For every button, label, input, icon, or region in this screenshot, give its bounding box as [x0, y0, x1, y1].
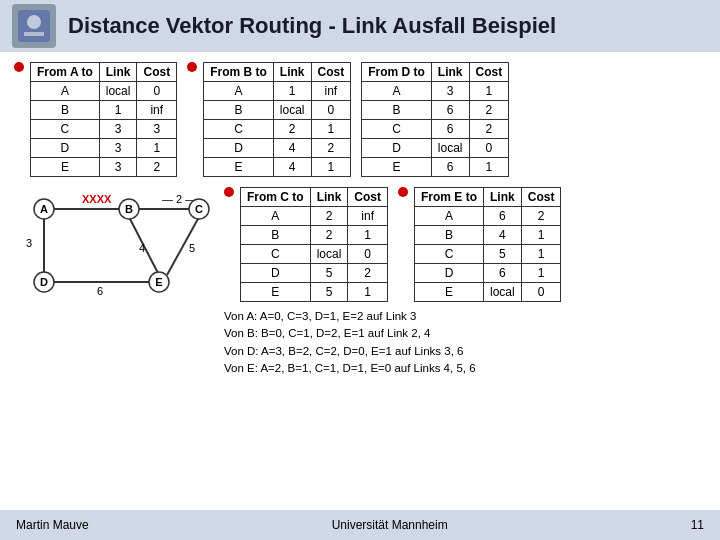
table-cell: A [241, 207, 311, 226]
table-cell: E [362, 158, 432, 177]
table-row: A1inf [204, 82, 351, 101]
table-a-col-link: Link [99, 63, 137, 82]
table-cell: inf [137, 101, 177, 120]
table-cell: C [362, 120, 432, 139]
table-cell: local [484, 283, 522, 302]
table-cell: E [415, 283, 484, 302]
table-a-col-cost: Cost [137, 63, 177, 82]
table-d-col-link: Link [431, 63, 469, 82]
table-from-b: From B to Link Cost A1infBlocal0C21D42E4… [203, 62, 351, 177]
table-b-col-cost: Cost [311, 63, 351, 82]
table-row: C21 [204, 120, 351, 139]
table-row: E51 [241, 283, 388, 302]
table-row: A62 [415, 207, 561, 226]
table-c-container: From C to Link Cost A2infB21Clocal0D52E5… [224, 187, 388, 302]
table-row: B62 [362, 101, 509, 120]
table-cell: 2 [521, 207, 561, 226]
note-line: Von D: A=3, B=2, C=2, D=0, E=1 auf Links… [224, 343, 706, 360]
table-cell: 6 [431, 158, 469, 177]
footer-right: 11 [691, 518, 704, 532]
graph-area: XXXX — 2 — 3 4 6 5 A B C D E [14, 187, 214, 310]
table-row: E32 [31, 158, 177, 177]
table-cell: 6 [484, 264, 522, 283]
svg-text:A: A [40, 203, 48, 215]
table-from-e: From E to Link Cost A62B41C51D61Elocal0 [414, 187, 561, 302]
table-row: Dlocal0 [362, 139, 509, 158]
page-title: Distance Vektor Routing - Link Ausfall B… [68, 13, 556, 39]
bullet-c [224, 187, 234, 197]
table-cell: 2 [310, 226, 348, 245]
table-cell: 3 [431, 82, 469, 101]
table-cell: 4 [273, 158, 311, 177]
table-cell: local [431, 139, 469, 158]
table-cell: B [362, 101, 432, 120]
table-cell: 3 [99, 139, 137, 158]
table-cell: E [31, 158, 100, 177]
main-content: From A to Link Cost Alocal0B1infC33D31E3… [0, 52, 720, 387]
table-cell: 5 [310, 283, 348, 302]
table-cell: local [99, 82, 137, 101]
table-e-header: From E to [415, 188, 484, 207]
table-c-col-link: Link [310, 188, 348, 207]
table-cell: 2 [469, 120, 509, 139]
table-row: D52 [241, 264, 388, 283]
table-cell: C [241, 245, 311, 264]
footer-center: Universität Mannheim [332, 518, 448, 532]
footer-left: Martin Mauve [16, 518, 89, 532]
table-cell: 1 [521, 245, 561, 264]
table-cell: 3 [99, 120, 137, 139]
table-row: B1inf [31, 101, 177, 120]
table-c-col-cost: Cost [348, 188, 388, 207]
table-e-col-cost: Cost [521, 188, 561, 207]
table-cell: 0 [137, 82, 177, 101]
table-row: D31 [31, 139, 177, 158]
table-cell: 6 [484, 207, 522, 226]
table-cell: A [31, 82, 100, 101]
table-cell: 2 [469, 101, 509, 120]
table-cell: 1 [273, 82, 311, 101]
table-cell: 0 [311, 101, 351, 120]
table-cell: B [415, 226, 484, 245]
table-row: Blocal0 [204, 101, 351, 120]
graph-svg: XXXX — 2 — 3 4 6 5 A B C D E [14, 187, 214, 307]
table-row: C62 [362, 120, 509, 139]
table-cell: 3 [99, 158, 137, 177]
table-cell: C [31, 120, 100, 139]
table-cell: 1 [469, 158, 509, 177]
table-cell: 1 [521, 226, 561, 245]
svg-text:5: 5 [189, 242, 195, 254]
svg-text:E: E [155, 276, 162, 288]
table-row: E61 [362, 158, 509, 177]
table-row: C33 [31, 120, 177, 139]
table-from-a: From A to Link Cost Alocal0B1infC33D31E3… [30, 62, 177, 177]
note-line: Von A: A=0, C=3, D=1, E=2 auf Link 3 [224, 308, 706, 325]
table-cell: 2 [137, 158, 177, 177]
table-cell: 2 [311, 139, 351, 158]
svg-text:4: 4 [139, 242, 145, 254]
table-row: B21 [241, 226, 388, 245]
table-cell: D [415, 264, 484, 283]
table-from-c: From C to Link Cost A2infB21Clocal0D52E5… [240, 187, 388, 302]
table-cell: A [204, 82, 274, 101]
table-cell: C [204, 120, 274, 139]
table-b-header: From B to [204, 63, 274, 82]
table-cell: local [273, 101, 311, 120]
table-e-container: From E to Link Cost A62B41C51D61Elocal0 [398, 187, 561, 302]
right-section: From C to Link Cost A2infB21Clocal0D52E5… [224, 187, 706, 377]
table-b-container: From B to Link Cost A1infBlocal0C21D42E4… [187, 62, 351, 177]
table-cell: D [241, 264, 311, 283]
table-row: A31 [362, 82, 509, 101]
svg-text:D: D [40, 276, 48, 288]
table-cell: B [241, 226, 311, 245]
table-c-header: From C to [241, 188, 311, 207]
table-d-container: From D to Link Cost A31B62C62Dlocal0E61 [361, 62, 509, 177]
table-cell: 3 [137, 120, 177, 139]
table-cell: 5 [310, 264, 348, 283]
table-cell: 1 [469, 82, 509, 101]
table-cell: 1 [521, 264, 561, 283]
table-cell: C [415, 245, 484, 264]
table-row: D61 [415, 264, 561, 283]
bottom-tables-row: From C to Link Cost A2infB21Clocal0D52E5… [224, 187, 706, 302]
table-cell: 2 [348, 264, 388, 283]
table-cell: D [31, 139, 100, 158]
